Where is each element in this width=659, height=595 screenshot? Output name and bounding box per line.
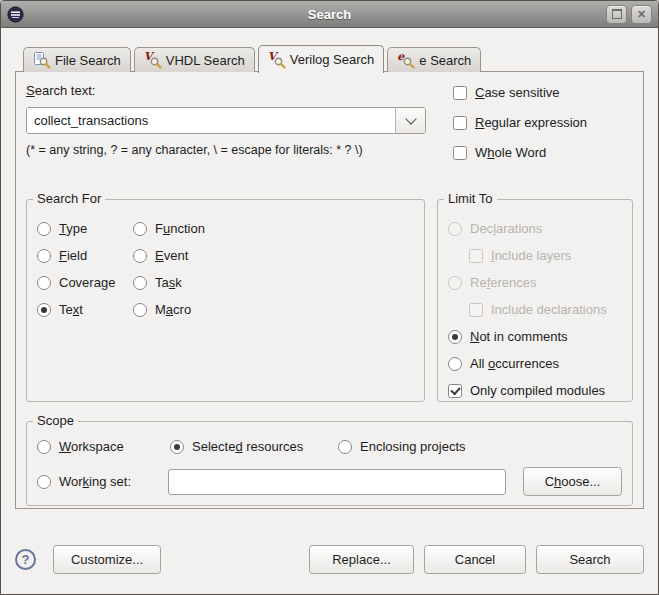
search-text-input[interactable] [27,108,395,133]
e-search-icon: e [397,52,414,68]
radio-macro[interactable]: Macro [133,301,414,318]
maximize-icon [612,9,622,19]
search-text-dropdown-button[interactable] [395,108,425,133]
search-button[interactable]: Search [536,545,644,574]
item-label: Declarations [470,221,542,236]
tab-bar: File Search V VHDL Search V Verilog Sear… [1,44,658,72]
radio-enclosing-projects[interactable]: Enclosing projects [338,438,466,455]
item-label: Function [155,221,205,236]
item-label: Task [155,275,182,290]
radio-icon [338,440,352,454]
checkbox-icon [448,384,462,398]
chevron-down-icon [405,113,416,124]
search-options: Case sensitive Regular expression Whole … [453,82,587,174]
radio-function[interactable]: Function [133,220,414,237]
titlebar[interactable]: Search ✕ [1,1,658,28]
tab-label: File Search [55,53,121,68]
replace-button[interactable]: Replace... [309,545,414,574]
window-menu-icon[interactable] [7,6,24,23]
radio-icon [37,276,51,290]
radio-icon [133,303,147,317]
button-bar: ? Customize... Replace... Cancel Search [15,545,644,574]
checkbox-regular-expression[interactable]: Regular expression [453,114,587,131]
search-text-label: Search text: [26,83,426,98]
window-title: Search [1,7,658,22]
tab-file-search[interactable]: File Search [23,47,131,72]
item-label: Text [59,302,83,317]
radio-not-in-comments[interactable]: Not in comments [448,328,622,345]
radio-icon [133,276,147,290]
item-label: Coverage [59,275,115,290]
checkbox-case-sensitive[interactable]: Case sensitive [453,84,587,101]
tab-e-search[interactable]: e e Search [387,47,481,72]
group-title: Scope [33,413,78,428]
radio-field[interactable]: Field [37,247,133,264]
radio-icon [37,475,51,489]
wildcard-hint: (* = any string, ? = any character, \ = … [26,143,426,157]
tab-verilog-search[interactable]: V Verilog Search [258,45,385,73]
item-label: All occurrences [470,356,559,371]
radio-coverage[interactable]: Coverage [37,274,133,291]
close-icon: ✕ [637,9,646,20]
checkbox-icon [469,249,483,263]
radio-declarations: Declarations [448,220,622,237]
item-label: Selected resources [192,439,303,454]
radio-icon [133,222,147,236]
group-title: Limit To [444,191,497,206]
radio-text[interactable]: Text [37,301,133,318]
group-title: Search For [33,191,105,206]
working-set-input[interactable] [168,469,506,495]
radio-selected-resources[interactable]: Selected resources [170,438,338,455]
item-label: Include layers [491,248,571,263]
radio-icon [448,357,462,371]
tab-label: e Search [419,53,471,68]
scope-group: Scope Workspace Selected resources Enclo… [26,421,633,506]
radio-all-occurrences[interactable]: All occurrences [448,355,622,372]
checkbox-icon [453,86,467,100]
item-label: Field [59,248,87,263]
maximize-button[interactable] [606,5,627,24]
verilog-search-panel: Search text: (* = any string, ? = any ch… [15,71,644,509]
radio-working-set[interactable]: Working set: [37,473,168,490]
item-label: Only compiled modules [470,383,605,398]
radio-icon [37,222,51,236]
radio-icon [170,440,184,454]
item-label: Event [155,248,188,263]
item-label: Whole Word [475,145,546,160]
radio-event[interactable]: Event [133,247,414,264]
limit-to-group: Limit To Declarations Include layers Ref… [437,199,633,402]
item-label: Case sensitive [475,85,560,100]
item-label: Regular expression [475,115,587,130]
help-button[interactable]: ? [15,549,36,570]
tab-vhdl-search[interactable]: V VHDL Search [134,47,255,72]
verilog-search-icon: V [268,52,285,68]
tab-label: Verilog Search [290,52,375,67]
search-for-group: Search For Type Function Field [26,199,425,402]
vhdl-search-icon: V [144,52,161,68]
item-label: References [470,275,537,290]
customize-button[interactable]: Customize... [53,545,161,574]
radio-references: References [448,274,622,291]
radio-type[interactable]: Type [37,220,133,237]
radio-task[interactable]: Task [133,274,414,291]
window-controls: ✕ [606,5,652,24]
radio-icon [448,276,462,290]
radio-icon [37,303,51,317]
item-label: Enclosing projects [360,439,466,454]
checkbox-icon [453,116,467,130]
item-label: Workspace [59,439,124,454]
checkbox-whole-word[interactable]: Whole Word [453,144,587,161]
cancel-button[interactable]: Cancel [424,545,526,574]
radio-icon [37,249,51,263]
file-search-icon [33,52,50,68]
checkbox-include-declarations: Include declarations [469,301,622,318]
choose-button[interactable]: Choose... [523,467,622,496]
checkbox-only-compiled-modules[interactable]: Only compiled modules [448,382,622,399]
checkbox-icon [469,303,483,317]
checkbox-icon [453,146,467,160]
help-icon: ? [22,552,30,567]
item-label: Not in comments [470,329,568,344]
close-button[interactable]: ✕ [631,5,652,24]
radio-workspace[interactable]: Workspace [37,438,170,455]
search-dialog: Search ✕ File Search [0,0,659,595]
